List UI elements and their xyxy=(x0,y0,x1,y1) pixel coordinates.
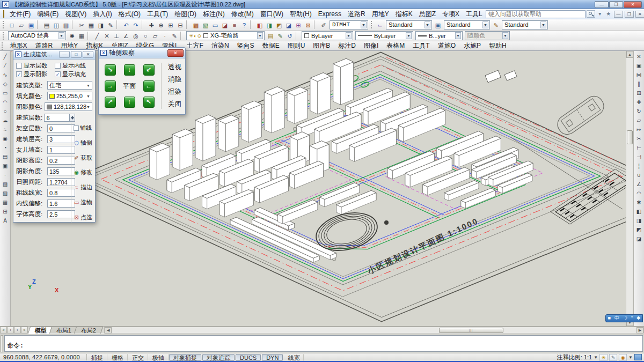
view-dir-button[interactable]: ↘ xyxy=(105,64,116,76)
toolbar-icon[interactable] xyxy=(180,32,184,40)
hide-button[interactable]: 消隐 xyxy=(168,75,181,84)
menu-item[interactable]: 窗口(W) xyxy=(257,9,287,19)
snap-point-icon[interactable]: · xyxy=(160,31,170,40)
infocenter-star-icon[interactable]: ★ xyxy=(605,10,612,18)
module-menu-item[interactable]: 表格M xyxy=(383,41,409,50)
join-icon[interactable]: ∪ xyxy=(634,171,643,180)
mdi-minimize-button[interactable]: — xyxy=(614,11,623,18)
xy-tool-5-icon[interactable]: ⊞ xyxy=(294,20,303,29)
palette-checkbox[interactable]: ✓ 显示层数 xyxy=(16,62,54,70)
toolbar-icon[interactable] xyxy=(116,20,120,29)
vertical-scrollbar[interactable]: ▲ ▼ xyxy=(626,51,633,326)
layer-combo[interactable]: ☀◐⊙ XG-宅前路 ▼ xyxy=(186,31,265,40)
object-color-combo[interactable]: ByLayer▼ xyxy=(302,31,353,40)
scale-icon[interactable]: ▱ xyxy=(634,116,643,125)
status-toggle[interactable]: 捕捉 xyxy=(87,354,107,361)
toolbar-icon[interactable] xyxy=(142,20,145,29)
save-icon[interactable]: ▣ xyxy=(26,20,36,29)
explode-icon[interactable]: ✱ xyxy=(634,198,643,207)
palette-minimize-button[interactable]: — xyxy=(59,51,70,58)
region-icon[interactable]: ▦ xyxy=(1,198,10,207)
shadow-color-combo[interactable]: 128,128,128▼ xyxy=(45,102,92,111)
module-menu-item[interactable]: 图则U xyxy=(283,41,309,50)
status-toggle[interactable]: DUCS xyxy=(236,354,261,361)
arc-icon[interactable]: ◠ xyxy=(1,98,10,107)
plot-preview-icon[interactable]: ◫ xyxy=(52,20,61,29)
tab-next-button[interactable]: › xyxy=(14,327,21,334)
calculator-icon[interactable]: ≡ xyxy=(230,20,239,29)
layer-prev-icon[interactable]: ↺ xyxy=(285,31,295,40)
annotation-scale-arrow-icon[interactable]: ▼ xyxy=(594,355,598,360)
pan-icon[interactable]: ✚ xyxy=(147,20,156,29)
snap-angle-icon[interactable]: ∠ xyxy=(121,31,131,40)
fill-color-combo[interactable]: 255,255,0▼ xyxy=(47,92,92,100)
xy-tool-2-icon[interactable]: ◨ xyxy=(265,20,274,29)
redo-icon[interactable]: ↷ xyxy=(131,20,141,29)
break-point-icon[interactable]: ⊣ xyxy=(634,152,643,161)
view-dir-button[interactable]: ↖ xyxy=(143,97,155,108)
zoom-previous-icon[interactable]: ⊟ xyxy=(175,20,185,29)
spinner[interactable] xyxy=(70,114,75,122)
menu-item[interactable]: 帮助(H) xyxy=(287,9,315,19)
menu-item[interactable]: 绘图(D) xyxy=(171,9,200,19)
toolbar-icon[interactable] xyxy=(314,20,318,29)
copy-clip-icon[interactable]: ▦ xyxy=(86,20,96,29)
ellipse-arc-icon[interactable]: ◔ xyxy=(1,143,10,152)
ellipse-icon[interactable]: ◉ xyxy=(1,134,10,143)
view-dir-button[interactable]: ↙ xyxy=(143,64,155,76)
menu-item[interactable]: 专项X xyxy=(439,9,463,19)
mdi-close-button[interactable]: ✕ xyxy=(635,11,644,18)
view-dir-button[interactable]: ↓ xyxy=(124,64,135,76)
table-icon[interactable]: ⊞ xyxy=(1,207,10,216)
toolbar-grip[interactable] xyxy=(3,21,5,28)
perspective-button[interactable]: 透视 xyxy=(168,63,181,72)
extend-icon[interactable]: ⊢ xyxy=(634,143,643,152)
line-icon[interactable]: ╱ xyxy=(1,52,10,61)
ime-moon-icon[interactable]: ☽ xyxy=(623,315,627,322)
command-window[interactable]: 命令: xyxy=(4,335,643,352)
draworder-above-icon[interactable]: ◩ xyxy=(634,225,643,234)
layer-properties-icon[interactable]: ▤ xyxy=(266,31,275,40)
toolbar-icon[interactable] xyxy=(250,20,254,29)
xy-tool-6-icon[interactable]: ⊠ xyxy=(303,20,313,29)
combo-arrow-icon[interactable]: ▼ xyxy=(540,21,546,28)
menu-item[interactable]: 文件(F) xyxy=(6,9,34,19)
plot-icon[interactable]: ▤ xyxy=(42,20,52,29)
point-select-button[interactable]: ⊠ 点选 xyxy=(74,213,92,221)
tab-first-button[interactable]: « xyxy=(0,327,7,334)
combo-arrow-icon[interactable]: ▼ xyxy=(406,32,412,39)
gradient-icon[interactable]: ▧ xyxy=(1,189,10,198)
palette-close-button[interactable]: ✕ xyxy=(83,51,93,58)
construction-line-icon[interactable]: ⁄ xyxy=(1,61,10,70)
module-menu-item[interactable]: 数据E xyxy=(258,41,283,50)
menu-item[interactable]: 插入(I) xyxy=(90,9,115,19)
match-properties-icon[interactable]: ✎ xyxy=(106,20,115,29)
tab-last-button[interactable]: » xyxy=(21,327,28,334)
ime-bar[interactable]: ■中☽”✱ xyxy=(605,314,643,322)
erase-icon[interactable]: ✕ xyxy=(634,52,643,61)
view-dir-button[interactable]: → xyxy=(105,80,116,92)
layer-state-icons[interactable]: ☀◐⊙ xyxy=(189,33,202,39)
status-menu-arrow-icon[interactable]: ▼ xyxy=(628,355,633,360)
combo-arrow-icon[interactable]: ▼ xyxy=(257,32,263,39)
rotate-icon[interactable]: ↻ xyxy=(634,107,643,116)
fillet-icon[interactable]: ◠ xyxy=(634,189,643,198)
snap-center-icon[interactable]: ◎ xyxy=(131,31,141,40)
paste-icon[interactable]: ◨ xyxy=(96,20,106,29)
menu-item[interactable]: 指标K xyxy=(392,9,416,19)
module-menu-item[interactable]: 标注D xyxy=(334,41,360,50)
menu-item[interactable]: 道路R xyxy=(345,9,369,19)
view-dir-button[interactable]: ← xyxy=(143,80,155,92)
rectangle-icon[interactable]: ▭ xyxy=(1,88,10,98)
workspace-combo[interactable]: AutoCAD 经典▼ xyxy=(8,31,66,40)
search-icon[interactable] xyxy=(587,10,595,18)
toolbar-icon[interactable] xyxy=(186,20,190,29)
mtext-icon[interactable]: A xyxy=(1,216,10,225)
status-toggle[interactable]: 栅格 xyxy=(107,354,128,361)
menu-item[interactable]: 标注(N) xyxy=(200,9,228,19)
command-prompt[interactable]: 命令: xyxy=(7,341,24,350)
break-icon[interactable]: ¦ xyxy=(634,161,643,171)
module-menu-item[interactable]: 图像I xyxy=(360,41,383,50)
trim-icon[interactable]: ✂ xyxy=(634,134,643,143)
view-dir-button[interactable]: ↑ xyxy=(124,97,135,108)
